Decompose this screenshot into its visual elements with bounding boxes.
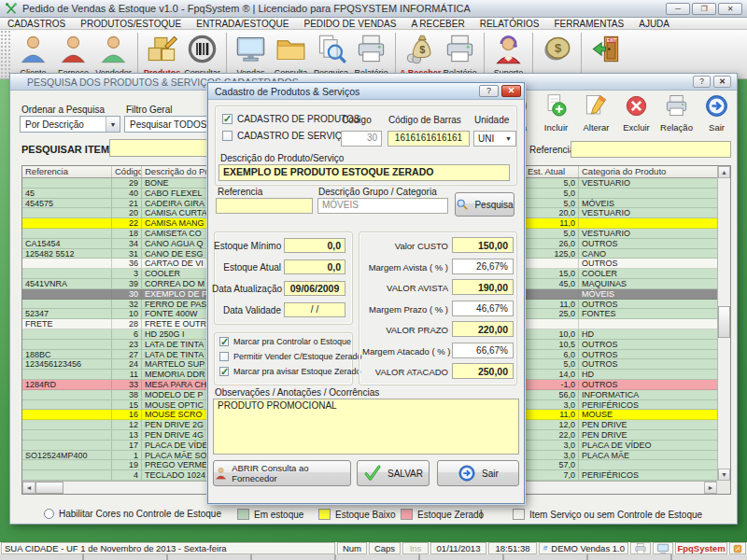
value-field-valor-avista[interactable]: 190,00	[452, 279, 514, 295]
toolbar-item-fornece[interactable]: Fornece	[53, 30, 93, 77]
toolbar-item-suporte[interactable]: Suporte	[488, 30, 529, 77]
close-button[interactable]: ✕	[718, 3, 742, 15]
grupo-categoria-field[interactable]: MÓVEIS	[317, 198, 448, 214]
checkbox-controlar-estoque[interactable]: Marcar pra Controlar o Estoque	[219, 337, 351, 346]
toolbar-item-a-receber[interactable]: $A Receber	[400, 30, 440, 77]
header-referencia[interactable]: Referencia	[22, 166, 112, 177]
value-field-margem-prazo[interactable]: 46,67%	[452, 301, 514, 316]
unidade-dropdown[interactable]: UNI ▼	[473, 131, 516, 147]
ordenar-value: Por Descrição	[25, 119, 84, 130]
action-excluir[interactable]: Excluir	[616, 93, 656, 133]
toolbar-item-pesquisa[interactable]: Pesquisa	[311, 30, 351, 77]
checkbox-unchecked-icon[interactable]	[219, 352, 229, 361]
cell-cod: 16	[112, 410, 142, 419]
checkbox-cadastro-produtos[interactable]: CADASTRO DE PRODUTOS	[222, 114, 360, 124]
toolbar-item-exit-door[interactable]: EXIT	[585, 30, 626, 68]
dialog-titlebar[interactable]: Cadastro de Produtos & Serviços ? ✕	[208, 83, 524, 100]
cell-ref	[22, 229, 112, 238]
action-sair[interactable]: Sair	[697, 93, 737, 133]
value-field-valor-atacado[interactable]: 250,00	[452, 363, 514, 379]
toolbar-item-coin[interactable]: $	[537, 30, 577, 68]
search-help-button[interactable]: ?	[693, 76, 711, 88]
radio-label: Habilitar Cores no Controle de Estoque	[59, 509, 221, 519]
dialog-close-button[interactable]: ✕	[501, 85, 521, 97]
vertical-scrollbar[interactable]: ▲ ▼	[717, 166, 730, 481]
checkbox-cadastro-servicos[interactable]: CADASTRO DE SERVIÇOS	[222, 131, 356, 141]
value-field-margem-avista[interactable]: 26,67%	[452, 259, 514, 274]
value-field-margem-atacado[interactable]: 66,67%	[452, 343, 514, 358]
toolbar-item-relatorio[interactable]: Relatório	[351, 30, 391, 77]
toolbar-item-vendas[interactable]: Vendas	[231, 30, 271, 77]
legend-label: Item Serviço ou sem Controle de Estoque	[529, 510, 702, 520]
cell-cat: COOLER	[579, 269, 717, 278]
toolbar-item-vendedor[interactable]: Vendedor	[93, 30, 134, 77]
habilitar-cores-radio[interactable]: Habilitar Cores no Controle de Estoque	[44, 509, 221, 519]
menu-item-pedido-de-vendas[interactable]: PEDIDO DE VENDAS	[304, 19, 397, 29]
scroll-left-icon[interactable]: ◄	[22, 482, 35, 494]
restore-button[interactable]: ❐	[692, 3, 716, 15]
radio-icon[interactable]	[44, 509, 54, 519]
toolbar-item-consulta[interactable]: Consulta	[271, 30, 311, 77]
ordenar-dropdown[interactable]: Por Descrição ▼	[20, 116, 120, 133]
value-field-valor-prazo[interactable]: 220,00	[452, 321, 514, 337]
codigo-barras-field[interactable]: 1616161616161	[388, 131, 470, 147]
referencia-search-input[interactable]	[571, 141, 731, 158]
action-alterar[interactable]: Alterar	[576, 93, 616, 133]
action-incluir[interactable]: Incluir	[536, 93, 576, 133]
cell-cat: OUTROS	[579, 259, 717, 268]
scroll-down-icon[interactable]: ▼	[718, 469, 730, 481]
dialog-help-button[interactable]: ?	[479, 85, 499, 97]
menu-item-entrada-estoque[interactable]: ENTRADA/ESTOQUE	[196, 19, 289, 29]
menu-item-produtos-estoque[interactable]: PRODUTOS/ESTOQUE	[80, 19, 181, 29]
observacoes-textarea[interactable]: PRODUTO PROMOCIONAL	[213, 399, 519, 455]
scrollbar-thumb[interactable]	[35, 482, 63, 494]
menu-item-relatorios[interactable]: RELATÓRIOS	[480, 19, 540, 29]
search-close-button[interactable]: ✕	[713, 76, 731, 88]
referencia-field[interactable]	[216, 198, 313, 214]
toolbar-item-consultar[interactable]: Consultar	[182, 30, 222, 77]
toolbar-item-relatorio[interactable]: Relatório	[440, 30, 480, 77]
stock-color-legend: Habilitar Cores no Controle de Estoque E…	[10, 506, 737, 524]
cell-est: 11,0	[525, 300, 579, 309]
status-brand: FpqSystem	[675, 542, 727, 554]
menu-item-a-receber[interactable]: A RECEBER	[411, 19, 464, 29]
menu-item-ferramentas[interactable]: FERRAMENTAS	[554, 19, 624, 29]
data-atualizacao-label: Data Atualização	[212, 284, 281, 294]
salvar-button[interactable]: SALVAR	[357, 460, 430, 486]
checkbox-checked-icon[interactable]	[222, 114, 233, 124]
status-printer[interactable]	[630, 542, 651, 554]
checkbox-permitir-vender[interactable]: Permitir Vender C/Estoque Zerado	[219, 352, 362, 361]
checkbox-unchecked-icon[interactable]	[222, 131, 233, 141]
header-categoria[interactable]: Categoria do Produto	[579, 166, 717, 177]
menu-item-cadastros[interactable]: CADASTROS	[7, 19, 65, 29]
scroll-up-icon[interactable]: ▲	[718, 166, 730, 178]
action-relacao[interactable]: Relação	[656, 93, 697, 133]
checkbox-checked-icon[interactable]	[219, 337, 229, 346]
cell-cod: 30	[112, 289, 142, 299]
cell-cat	[579, 218, 717, 228]
scroll-right-icon[interactable]: ►	[704, 482, 717, 494]
data-validade-field[interactable]: / /	[284, 302, 345, 317]
status-location: SUA CIDADE - UF 1 de Novembro de 2013 - …	[1, 542, 335, 554]
estoque-minimo-field[interactable]: 0,0	[284, 238, 345, 253]
checkbox-checked-icon[interactable]	[219, 367, 229, 376]
sair-button[interactable]: Sair	[437, 460, 519, 486]
toolbar-item-cliente[interactable]: Cliente	[13, 30, 53, 77]
scrollbar-thumb[interactable]	[718, 306, 730, 338]
data-atualizacao-field[interactable]: 09/06/2009	[284, 281, 345, 296]
abrir-consulta-fornecedor-button[interactable]: ABRIR Consulta ao Fornecedor	[213, 460, 351, 486]
money-bag-icon: $	[403, 33, 436, 65]
header-est-atual[interactable]: Est. Atual	[525, 166, 579, 177]
menu-item-ajuda[interactable]: AJUDA	[639, 19, 669, 29]
descricao-produto-field[interactable]: EXEMPLO DE PRODUTO ESTOQUE ZERADO	[218, 164, 510, 181]
value-field-valor-custo[interactable]: 150,00	[452, 237, 514, 253]
codigo-field[interactable]: 30	[341, 131, 382, 147]
pesquisa-button[interactable]: Pesquisa	[455, 192, 514, 217]
status-monitor[interactable]	[653, 542, 673, 554]
checkbox-avisar-zerado[interactable]: Marcar pra avisar Estoque Zerado	[219, 367, 361, 376]
estoque-atual-field[interactable]: 0,0	[284, 259, 345, 274]
header-codigo[interactable]: Código	[112, 166, 142, 177]
cell-cat: VESTUARIO	[579, 208, 717, 217]
minimize-button[interactable]: ─	[666, 3, 690, 15]
toolbar-item-produtos[interactable]: Produtos	[142, 30, 182, 77]
